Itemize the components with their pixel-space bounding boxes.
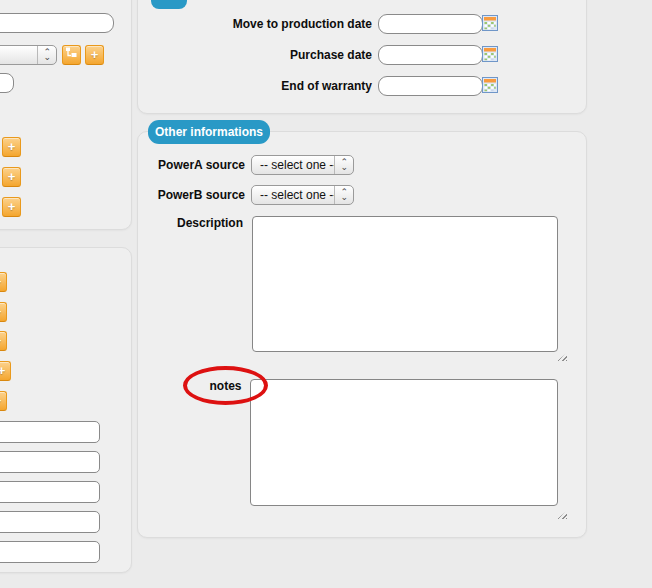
add-button[interactable]: +: [85, 45, 104, 65]
notes-textarea[interactable]: [250, 379, 558, 506]
sidebar-add-button[interactable]: +: [0, 361, 11, 381]
tab-other-informations: Other informations: [148, 120, 270, 144]
move-to-production-date-label: Move to production date: [160, 14, 372, 34]
powera-source-value: -- select one --: [252, 158, 334, 172]
notes-label: notes: [209, 379, 241, 393]
sidebar-input[interactable]: [0, 451, 100, 473]
sidebar-top-input[interactable]: [0, 13, 114, 33]
chevron-updown-icon: ⌃⌄: [334, 156, 353, 174]
powera-source-select[interactable]: -- select one -- ⌃⌄: [251, 155, 354, 175]
sidebar-input[interactable]: [0, 481, 100, 503]
powerb-source-value: -- select one --: [252, 188, 334, 202]
description-textarea[interactable]: [252, 216, 558, 352]
calendar-icon[interactable]: [482, 77, 498, 93]
sidebar-add-button[interactable]: +: [0, 272, 7, 292]
sidebar-add-button[interactable]: +: [2, 167, 21, 187]
chevron-updown-icon: ⌃⌄: [334, 186, 353, 204]
sidebar-add-button[interactable]: +: [0, 331, 7, 351]
page: > ⌃⌄ + + + + + + + + + Move to productio…: [0, 0, 652, 588]
calendar-icon[interactable]: [482, 15, 498, 31]
sidebar-input[interactable]: [0, 541, 100, 563]
notes-annotation-circle: notes: [183, 366, 268, 405]
sidebar-add-button[interactable]: +: [0, 302, 7, 322]
sidebar-panel-top: >: [0, 0, 132, 230]
sidebar-input[interactable]: [0, 511, 100, 533]
powera-source-label: PowerA source: [145, 155, 245, 175]
sidebar-add-button[interactable]: +: [0, 391, 7, 411]
sidebar-clipped-box[interactable]: [0, 73, 14, 93]
move-to-production-date-input[interactable]: [378, 14, 483, 34]
purchase-date-input[interactable]: [378, 45, 483, 65]
calendar-icon[interactable]: [482, 46, 498, 62]
sidebar-add-button[interactable]: +: [2, 137, 21, 157]
sidebar-add-button[interactable]: +: [2, 197, 21, 217]
tree-icon: [65, 46, 78, 59]
tab-stub: [151, 0, 187, 9]
end-of-warranty-label: End of warranty: [160, 76, 372, 96]
sidebar-input[interactable]: [0, 421, 100, 443]
purchase-date-label: Purchase date: [160, 45, 372, 65]
description-label: Description: [143, 216, 243, 230]
assign-tree-button[interactable]: [62, 45, 81, 65]
sidebar-truncated-select[interactable]: ⌃⌄: [0, 45, 57, 65]
end-of-warranty-input[interactable]: [378, 76, 483, 96]
powerb-source-select[interactable]: -- select one -- ⌃⌄: [251, 185, 354, 205]
chevron-updown-icon: ⌃⌄: [37, 46, 56, 64]
powerb-source-label: PowerB source: [145, 185, 245, 205]
